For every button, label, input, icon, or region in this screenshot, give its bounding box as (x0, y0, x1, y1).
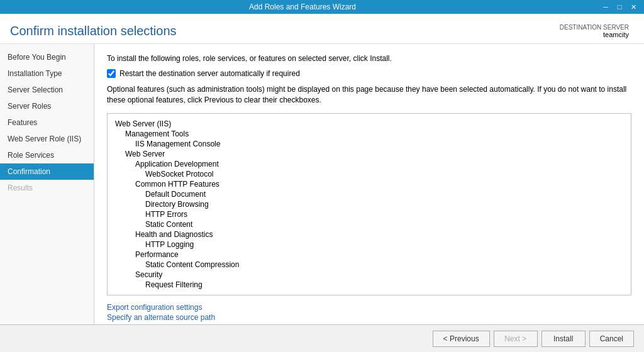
main-content: To install the following roles, role ser… (94, 44, 644, 324)
close-button[interactable]: ✕ (628, 2, 639, 12)
sidebar-item-web-server-role-(iis)[interactable]: Web Server Role (IIS) (0, 131, 94, 147)
feature-item: HTTP Logging (115, 239, 623, 250)
feature-item: Health and Diagnostics (115, 229, 623, 239)
feature-item: Web Server (IIS) (115, 119, 623, 129)
title-bar: Add Roles and Features Wizard ─ □ ✕ (0, 0, 644, 14)
export-config-link[interactable]: Export configuration settings (107, 303, 631, 312)
title-bar-title: Add Roles and Features Wizard (5, 3, 600, 11)
wizard-container: Confirm installation selections DESTINAT… (0, 14, 644, 352)
feature-item: Request Filtering (115, 280, 623, 290)
feature-item: WebSocket Protocol (115, 169, 623, 179)
sidebar-item-role-services[interactable]: Role Services (0, 147, 94, 163)
sidebar-item-installation-type[interactable]: Installation Type (0, 65, 94, 82)
previous-button[interactable]: < Previous (433, 331, 490, 347)
alternate-source-link[interactable]: Specify an alternate source path (107, 313, 631, 322)
feature-item: Application Development (115, 159, 623, 169)
sidebar-item-before-you-begin[interactable]: Before You Begin (0, 49, 94, 65)
minimize-button[interactable]: ─ (600, 2, 611, 12)
feature-item: Performance (115, 250, 623, 260)
feature-item: Web Server (115, 149, 623, 159)
feature-item: Management Tools (115, 129, 623, 139)
restart-checkbox-row: Restart the destination server automatic… (107, 69, 631, 78)
wizard-footer: < Previous Next > Install Cancel (0, 324, 644, 352)
install-button[interactable]: Install (541, 331, 586, 347)
feature-item: Common HTTP Features (115, 179, 623, 189)
sidebar-item-server-selection[interactable]: Server Selection (0, 82, 94, 98)
title-bar-controls: ─ □ ✕ (600, 2, 639, 12)
feature-item: Default Document (115, 189, 623, 199)
sidebar-item-confirmation[interactable]: Confirmation (0, 163, 94, 180)
page-title: Confirm installation selections (10, 24, 177, 38)
maximize-button[interactable]: □ (614, 2, 625, 12)
destination-label: DESTINATION SERVER (560, 24, 629, 31)
destination-server: teamcity (560, 31, 629, 38)
instruction-text: To install the following roles, role ser… (107, 54, 631, 63)
optional-text: Optional features (such as administratio… (107, 84, 631, 106)
feature-item: Security (115, 270, 623, 280)
destination-info: DESTINATION SERVER teamcity (560, 24, 629, 38)
feature-item: Directory Browsing (115, 199, 623, 209)
feature-item: HTTP Errors (115, 209, 623, 219)
sidebar-item-features[interactable]: Features (0, 114, 94, 131)
sidebar-item-server-roles[interactable]: Server Roles (0, 98, 94, 114)
feature-item: Static Content (115, 219, 623, 229)
content-area: Before You BeginInstallation TypeServer … (0, 44, 644, 324)
feature-item: IIS Management Console (115, 139, 623, 149)
next-button[interactable]: Next > (494, 331, 538, 347)
sidebar: Before You BeginInstallation TypeServer … (0, 44, 94, 324)
page-header: Confirm installation selections DESTINAT… (0, 14, 644, 44)
restart-checkbox[interactable] (107, 69, 116, 78)
feature-item: Static Content Compression (115, 260, 623, 270)
links-area: Export configuration settings Specify an… (107, 303, 631, 322)
cancel-button[interactable]: Cancel (589, 331, 634, 347)
sidebar-item-results: Results (0, 180, 94, 196)
restart-checkbox-label[interactable]: Restart the destination server automatic… (119, 69, 300, 78)
features-box: Web Server (IIS)Management ToolsIIS Mana… (107, 113, 631, 295)
